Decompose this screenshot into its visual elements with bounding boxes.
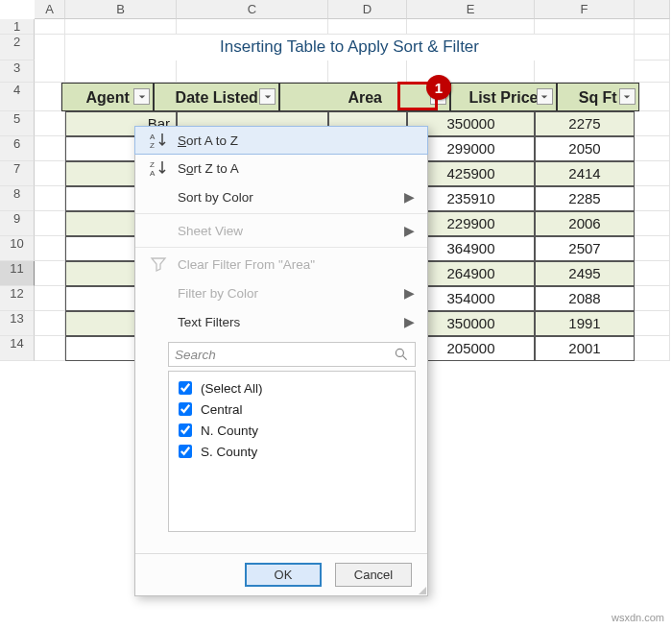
row-header-5[interactable]: 5 <box>0 111 35 136</box>
row-header-12[interactable]: 12 <box>0 286 35 311</box>
cell[interactable] <box>635 311 670 336</box>
cell[interactable] <box>635 236 670 261</box>
cell[interactable] <box>635 261 670 286</box>
row-header-4[interactable]: 4 <box>0 83 35 111</box>
th-agent[interactable]: Agent <box>61 83 154 111</box>
col-header-d[interactable]: D <box>328 0 407 19</box>
cell[interactable] <box>177 60 328 83</box>
filter-option[interactable]: S. County <box>175 441 409 462</box>
svg-text:A: A <box>150 169 156 178</box>
cell-sqft[interactable]: 2275 <box>535 111 635 136</box>
cell[interactable] <box>35 161 65 186</box>
col-header-e[interactable]: E <box>407 0 535 19</box>
filter-button-agent[interactable] <box>133 88 150 105</box>
filter-sort-za[interactable]: ZA Sort Z to A <box>135 154 427 182</box>
cell-sqft[interactable]: 2050 <box>535 136 635 161</box>
cell[interactable] <box>635 136 670 161</box>
cell[interactable] <box>35 136 65 161</box>
watermark: wsxdn.com <box>612 612 664 623</box>
cell[interactable] <box>635 161 670 186</box>
col-header-f[interactable]: F <box>535 0 635 19</box>
filter-button-sqft[interactable] <box>619 88 636 105</box>
cell[interactable] <box>407 19 535 35</box>
row-headers: 1 2 3 4 5 6 7 8 9 10 11 12 13 14 <box>0 19 35 361</box>
filter-clear: Clear Filter From "Area" <box>135 250 427 278</box>
cell-sqft[interactable]: 2285 <box>535 186 635 211</box>
cell[interactable] <box>35 236 65 261</box>
cell-sqft[interactable]: 2414 <box>535 161 635 186</box>
col-header-b[interactable]: B <box>65 0 177 19</box>
cell[interactable] <box>35 19 65 35</box>
cell[interactable] <box>35 261 65 286</box>
filter-option[interactable]: Central <box>175 399 409 420</box>
row-header-1[interactable]: 1 <box>0 19 35 35</box>
cell[interactable] <box>35 336 65 361</box>
row-header-3[interactable]: 3 <box>0 60 35 83</box>
cell-sqft[interactable]: 2495 <box>535 261 635 286</box>
row-header-11[interactable]: 11 <box>0 261 35 286</box>
cell[interactable] <box>635 35 670 60</box>
row-header-8[interactable]: 8 <box>0 186 35 211</box>
checkbox[interactable] <box>179 402 192 416</box>
row-header-9[interactable]: 9 <box>0 211 35 236</box>
th-list-price[interactable]: List Price <box>450 83 556 111</box>
th-sqft[interactable]: Sq Ft <box>557 83 639 111</box>
col-header-a[interactable]: A <box>35 0 65 19</box>
cell[interactable] <box>35 211 65 236</box>
cancel-button[interactable]: Cancel <box>335 563 412 587</box>
cell[interactable] <box>635 186 670 211</box>
cell-sqft[interactable]: 2507 <box>535 236 635 261</box>
cell[interactable] <box>65 60 177 83</box>
filter-text-filters[interactable]: Text Filters ▶ <box>135 307 427 336</box>
cell[interactable] <box>639 83 670 111</box>
row-header-14[interactable]: 14 <box>0 336 35 361</box>
filter-sort-az[interactable]: AZ Sort A to Z <box>134 126 428 155</box>
th-date-listed[interactable]: Date Listed <box>154 83 279 111</box>
cell[interactable] <box>407 60 535 83</box>
cell[interactable] <box>65 19 177 35</box>
cell-sqft[interactable]: 2001 <box>535 336 635 361</box>
cell[interactable] <box>635 60 670 83</box>
th-area[interactable]: Area <box>279 83 450 111</box>
resize-handle-icon[interactable] <box>419 587 426 594</box>
page-title: Inserting Table to Apply Sort & Filter <box>65 35 635 60</box>
row-header-7[interactable]: 7 <box>0 161 35 186</box>
cell[interactable] <box>35 60 65 83</box>
filter-option[interactable]: (Select All) <box>175 377 409 399</box>
filter-search-input[interactable]: Search <box>168 342 416 367</box>
row-header-13[interactable]: 13 <box>0 311 35 336</box>
checkbox[interactable] <box>179 423 192 437</box>
cell[interactable] <box>328 60 407 83</box>
checkbox[interactable] <box>179 445 192 458</box>
cell[interactable] <box>35 83 61 111</box>
filter-button-price[interactable] <box>537 88 553 105</box>
cell[interactable] <box>35 111 65 136</box>
cell[interactable] <box>177 19 328 35</box>
cell-sqft[interactable]: 1991 <box>535 311 635 336</box>
cell[interactable] <box>35 35 65 60</box>
ok-button[interactable]: OK <box>245 563 322 587</box>
cell[interactable] <box>328 19 407 35</box>
sort-az-icon: AZ <box>149 131 168 150</box>
filter-button-date[interactable] <box>259 88 276 105</box>
cell[interactable] <box>635 211 670 236</box>
cell[interactable] <box>635 336 670 361</box>
row-header-2[interactable]: 2 <box>0 35 35 60</box>
col-header-c[interactable]: C <box>177 0 328 19</box>
cell[interactable] <box>35 286 65 311</box>
cell[interactable] <box>35 186 65 211</box>
cell[interactable] <box>635 19 670 35</box>
checkbox[interactable] <box>179 381 192 395</box>
cell[interactable] <box>635 111 670 136</box>
filter-option[interactable]: N. County <box>175 420 409 441</box>
cell[interactable] <box>535 19 635 35</box>
row-header-6[interactable]: 6 <box>0 136 35 161</box>
cell-sqft[interactable]: 2006 <box>535 211 635 236</box>
cell-sqft[interactable]: 2088 <box>535 286 635 311</box>
filter-sort-color[interactable]: Sort by Color ▶ <box>135 182 427 211</box>
cell[interactable] <box>35 311 65 336</box>
cell[interactable] <box>635 286 670 311</box>
row-header-10[interactable]: 10 <box>0 236 35 261</box>
col-header-extra[interactable] <box>635 0 670 19</box>
cell[interactable] <box>535 60 635 83</box>
